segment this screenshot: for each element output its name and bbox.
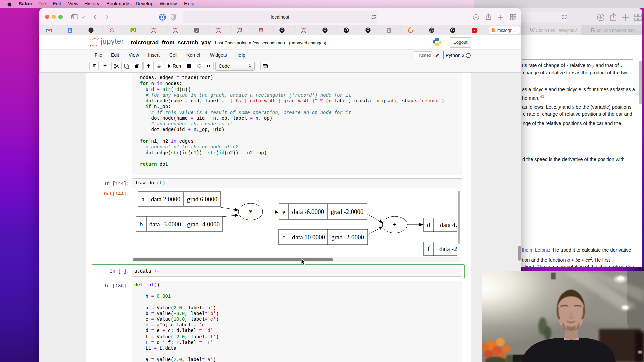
svg-text:data 4.00: data 4.00 [440, 221, 457, 228]
svg-text:a: a [142, 196, 145, 203]
svg-text:e: e [282, 208, 285, 215]
svg-text:grad 6.0000: grad 6.0000 [187, 196, 218, 203]
svg-text:b: b [140, 221, 143, 228]
svg-text:d: d [427, 221, 430, 228]
svg-text:D: D [388, 28, 390, 32]
svg-text:data -3.0000: data -3.0000 [149, 221, 181, 228]
svg-text:data 10.0000: data 10.0000 [292, 234, 325, 241]
svg-text:grad -2.0000: grad -2.0000 [331, 234, 364, 241]
svg-text:data 2.0000: data 2.0000 [151, 196, 181, 203]
svg-text:5: 5 [69, 29, 71, 32]
svg-text:c: c [282, 234, 285, 241]
svg-text:data -2.0: data -2.0 [439, 245, 457, 252]
svg-text:J: J [196, 28, 198, 32]
svg-text:f: f [427, 245, 430, 252]
svg-text:grad -4.0000: grad -4.0000 [187, 221, 220, 228]
svg-text:grad -2.0000: grad -2.0000 [331, 208, 363, 215]
svg-text:data -6.0000: data -6.0000 [292, 208, 324, 215]
svg-text:*: * [249, 208, 253, 216]
svg-text:+: + [393, 221, 397, 229]
